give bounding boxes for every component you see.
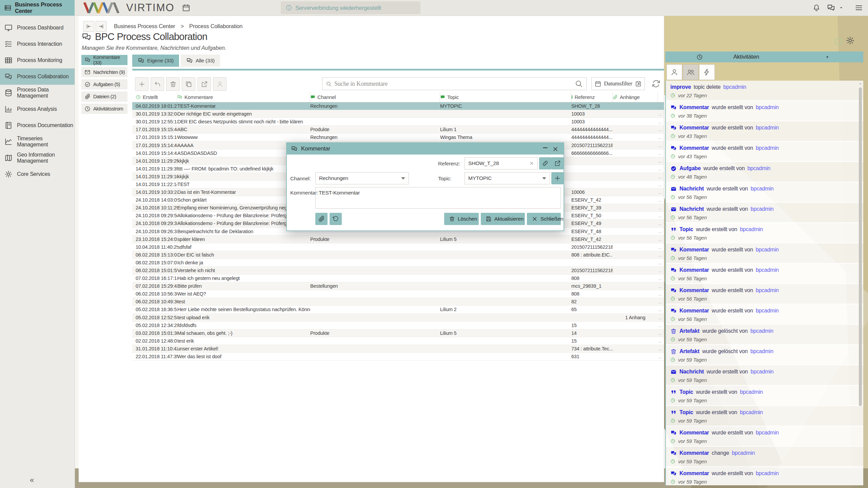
row-menu-button[interactable]: ...	[658, 329, 664, 337]
row-menu-button[interactable]: ...	[658, 243, 664, 251]
activity-item[interactable]: Nachrichtwurde erstellt vonbpcadminvor 5…	[666, 182, 863, 203]
activity-user-link[interactable]: bpcadmin	[756, 247, 779, 253]
activity-subject-link[interactable]: Nachricht	[679, 369, 704, 375]
row-menu-button[interactable]: ...	[658, 345, 664, 352]
column-header-channel[interactable]: Channel	[310, 92, 440, 102]
activity-item[interactable]: Kommentarwurde erstellt vonbpcadminvor 5…	[666, 264, 863, 284]
tab-eigene[interactable]: Eigene (33)	[132, 55, 179, 67]
activity-subject-link[interactable]: Nachricht	[679, 206, 704, 212]
activity-subject-link[interactable]: Topic	[679, 389, 693, 395]
add-button[interactable]	[135, 77, 149, 91]
sidebar-item-process-collaboration[interactable]: Process Collaboration	[0, 68, 75, 85]
sidebar-item-process-data-management[interactable]: Process Data Management	[0, 85, 75, 101]
activity-user-link[interactable]: bpcadmin	[732, 450, 755, 456]
activity-subject-link[interactable]: Kommentar	[679, 287, 709, 293]
kommentar-textarea[interactable]: TEST-Kommentar	[315, 187, 561, 209]
table-row[interactable]: 02.02.2018 12:48:07test erik15...	[132, 337, 664, 345]
activity-item[interactable]: Nachrichtwurde erstellt vonbpcadminvor 5…	[666, 365, 863, 386]
activity-user-link[interactable]: bpcadmin	[751, 206, 774, 212]
activity-item[interactable]: Kommentarchangebpcadminvor 59 Tagen	[666, 447, 863, 467]
chat-icon[interactable]	[827, 3, 835, 12]
activity-subject-link[interactable]: Topic	[679, 409, 693, 415]
activity-user-link[interactable]: bpcadmin	[751, 369, 774, 375]
activity-item[interactable]: Kommentarwurde erstellt vonbpcadminvor 4…	[666, 121, 863, 142]
sidebar-item-timeseries-management[interactable]: Timeseries Management	[0, 134, 75, 150]
sidebar-collapse-button[interactable]: «	[30, 476, 34, 485]
row-menu-button[interactable]: ...	[658, 204, 664, 211]
table-row[interactable]: 05.02.2018 12:52:53test upload erik1 Anh…	[132, 314, 664, 322]
column-header-referenz[interactable]: iReferenz	[571, 92, 613, 102]
activity-user-link[interactable]: bpcadmin	[756, 145, 779, 151]
add-topic-button[interactable]	[551, 172, 564, 184]
channel-select[interactable]: Rechnungen	[315, 172, 409, 184]
row-menu-button[interactable]: ...	[658, 322, 664, 329]
row-menu-button[interactable]: ...	[658, 149, 664, 157]
search-icon[interactable]	[575, 80, 583, 88]
activity-user-link[interactable]: bpcadmin	[740, 389, 763, 395]
activity-subject-link[interactable]: Topic	[679, 226, 693, 232]
row-menu-button[interactable]: ...	[658, 298, 664, 305]
open-button[interactable]	[197, 77, 211, 91]
row-menu-button[interactable]: ...	[658, 251, 664, 259]
calendar-go-icon[interactable]	[635, 81, 642, 87]
scrollbar-thumb[interactable]	[859, 87, 862, 406]
column-header-erstellt[interactable]: Erstellt	[136, 92, 177, 102]
activity-user-link[interactable]: bpcadmin	[756, 125, 779, 131]
activity-subject-link[interactable]: Kommentar	[679, 470, 709, 476]
table-row[interactable]: 17.01.2019 15:15:46ABCProdukteLilium 144…	[132, 126, 664, 134]
row-menu-button[interactable]: ...	[658, 118, 664, 125]
activity-user-link[interactable]: bpcadmin	[751, 186, 774, 192]
breadcrumb-item[interactable]: Business Process Center	[114, 23, 175, 29]
activity-user-link[interactable]: bpcadmin	[740, 409, 763, 415]
aktualisieren-button[interactable]: Aktualisieren	[481, 213, 525, 225]
history-button[interactable]	[330, 213, 342, 225]
table-row[interactable]: 08.02.2018 15:07:07Ich denke ja...	[132, 259, 664, 267]
row-menu-button[interactable]: ...	[658, 259, 664, 266]
row-menu-button[interactable]: ...	[658, 353, 664, 360]
table-row[interactable]: 23.10.2018 15:24:02später klärenProdukte…	[132, 236, 664, 243]
filter-events-button[interactable]	[699, 64, 715, 80]
row-menu-button[interactable]: ...	[658, 228, 664, 235]
row-menu-button[interactable]: ...	[658, 157, 664, 165]
activity-item[interactable]: Topicwurde erstellt vonbpcadminvor 56 Ta…	[666, 223, 863, 243]
table-row[interactable]: 31.01.2018 11:10:42unser erster Artikel!…	[132, 345, 664, 353]
row-menu-button[interactable]: ...	[658, 337, 664, 345]
activity-user-link[interactable]: bpcadmin	[756, 470, 779, 476]
sidebar-item-process-dashboard[interactable]: Process Dashboard	[0, 20, 75, 36]
clear-icon[interactable]	[529, 161, 534, 166]
activity-item[interactable]: Kommentarwurde erstellt vonbpcadminvor 5…	[666, 243, 863, 264]
activity-item[interactable]: Kommentarwurde erstellt vonbpcadminvor 5…	[666, 467, 863, 485]
collapse-panel-icon[interactable]	[797, 55, 858, 59]
sidebar-item-process-analysis[interactable]: Process Analysis	[0, 101, 75, 117]
table-row[interactable]: 07.02.2018 15:29:42Bitte prüfenBestellun…	[132, 282, 664, 290]
column-header-topic[interactable]: Topic	[440, 92, 571, 102]
activity-user-link[interactable]: bpcadmin	[756, 287, 779, 293]
row-menu-button[interactable]: ...	[658, 181, 664, 188]
table-row[interactable]: 07.02.2018 16:17:14Hab ich gestern neu a…	[132, 274, 664, 282]
activity-item[interactable]: Topicwurde erstellt vonbpcadminvor 59 Ta…	[666, 386, 863, 406]
open-reference-button[interactable]	[551, 157, 564, 169]
row-menu-button[interactable]: ...	[658, 314, 664, 321]
activity-item[interactable]: Artefaktwurde gelöscht vonbpcadminvor 59…	[666, 345, 863, 365]
reply-button[interactable]	[151, 77, 164, 91]
loeschen-button[interactable]: Löschen	[444, 213, 479, 225]
row-menu-button[interactable]: ...	[658, 212, 664, 219]
activities-header[interactable]: Aktivitäten	[665, 52, 863, 62]
row-menu-button[interactable]: ...	[658, 110, 664, 118]
activity-subject-link[interactable]: Kommentar	[679, 247, 709, 253]
row-menu-button[interactable]: ...	[658, 236, 664, 243]
subnav-item-dateien[interactable]: Dateien (2)	[81, 92, 127, 102]
activity-subject-link[interactable]: Kommentar	[679, 267, 709, 273]
close-icon[interactable]	[552, 146, 559, 152]
row-menu-button[interactable]: ...	[658, 282, 664, 290]
activity-subject-link[interactable]: Kommentar	[679, 125, 709, 131]
row-menu-button[interactable]: ...	[658, 102, 664, 110]
copy-button[interactable]	[182, 77, 195, 91]
table-row[interactable]: 08.02.2018 15:13:01Der EIC ist falsch808…	[132, 251, 664, 259]
row-menu-button[interactable]: ...	[658, 220, 664, 227]
table-row[interactable]: 03.02.2018 15:01:30Mal schauen, obs geht…	[132, 329, 664, 337]
link-button[interactable]	[539, 157, 551, 169]
activity-item[interactable]: Topicwurde erstellt vonbpcadminvor 59 Ta…	[666, 406, 863, 426]
table-row[interactable]: 04.02.2019 18:01:23TEST-KommentarRechnun…	[132, 102, 664, 110]
activities-scrollbar[interactable]	[858, 81, 863, 485]
